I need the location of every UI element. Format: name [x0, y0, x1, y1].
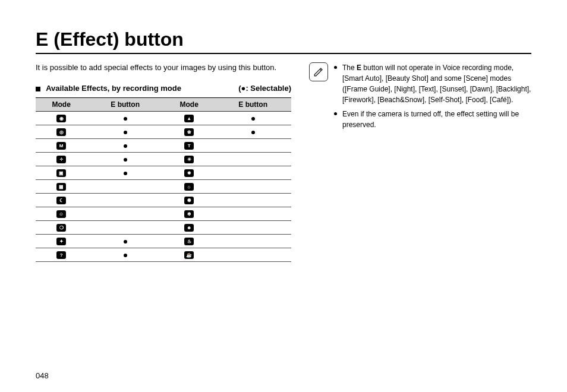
- selectable-cell: [215, 139, 291, 153]
- mode-cell: ▦: [36, 180, 87, 194]
- manual-page: E (Effect) button It is possible to add …: [0, 0, 567, 392]
- legend-text: (●: Selectable): [238, 84, 291, 93]
- selectable-cell: [215, 166, 291, 180]
- selectable-cell: [87, 221, 163, 235]
- note-bold-letter: E: [357, 64, 361, 72]
- note-text-rest-1: button will not operate in Voice recordi…: [342, 64, 531, 104]
- mode-cell: ☕: [163, 248, 215, 262]
- backlight-icon: ☼: [184, 183, 194, 191]
- two-column-layout: It is possible to add special effects to…: [36, 62, 531, 262]
- children-icon: ❍: [56, 224, 66, 232]
- selectable-cell: [87, 180, 163, 194]
- selectable-cell: [87, 248, 163, 262]
- selectable-cell: [87, 125, 163, 139]
- mode-cell: ◎: [36, 125, 87, 139]
- note-item: The E button will not operate in Voice r…: [334, 62, 531, 105]
- sunset-icon: ☀: [184, 156, 194, 163]
- camera-alt-icon: ◎: [56, 128, 66, 136]
- smart-auto-icon: ✦: [56, 238, 66, 245]
- selectable-cell: [87, 112, 163, 125]
- selectable-cell: [215, 153, 291, 166]
- dawn-icon: ✸: [184, 169, 194, 177]
- night-icon: ☾: [56, 197, 66, 204]
- selectable-dot-icon: [124, 240, 127, 244]
- right-column: The E button will not operate in Voice r…: [309, 62, 531, 262]
- page-title: E (Effect) button: [36, 29, 531, 50]
- table-row: ✦♨: [36, 235, 291, 248]
- selectable-cell: [87, 235, 163, 248]
- selectable-cell: [215, 125, 291, 139]
- mode-cell: ◉: [36, 112, 87, 125]
- note-text-prefix: The: [342, 64, 357, 72]
- selectable-cell: [215, 235, 291, 248]
- table-header: Mode: [163, 98, 215, 112]
- selectable-cell: [215, 180, 291, 194]
- selectable-cell: [215, 112, 291, 125]
- table-row: ☺❄: [36, 207, 291, 221]
- table-row: ◎❀: [36, 125, 291, 139]
- self-shot-icon: ☻: [184, 224, 194, 232]
- selectable-dot-icon: [124, 158, 127, 162]
- selectable-cell: [87, 166, 163, 180]
- mode-cell: ☼: [163, 180, 215, 194]
- table-row: ☾✺: [36, 194, 291, 207]
- mode-cell: ✦: [36, 235, 87, 248]
- selectable-dot-icon: [251, 117, 255, 121]
- selectable-cell: [215, 248, 291, 262]
- mode-cell: T: [163, 139, 215, 153]
- food-icon: ♨: [184, 238, 194, 245]
- selectable-dot-icon: [124, 117, 127, 121]
- camera-icon: ◉: [56, 115, 66, 122]
- mode-cell: ?: [36, 248, 87, 262]
- effects-mode-table: Mode E button Mode E button ◉▲◎❀MT✧☀▣✸▦☼…: [36, 97, 291, 262]
- selectable-dot-icon: [251, 131, 255, 134]
- mode-cell: ▣: [36, 166, 87, 180]
- intro-paragraph: It is possible to add special effects to…: [36, 62, 291, 73]
- portrait-icon: ☺: [56, 210, 66, 218]
- mode-cell: ❍: [36, 221, 87, 235]
- table-row: ◉▲: [36, 112, 291, 125]
- note-item: Even if the camera is turned off, the ef…: [334, 109, 531, 130]
- text-icon: T: [184, 142, 194, 150]
- note-icon-frame: [309, 62, 328, 81]
- selectable-dot-icon: [124, 172, 127, 175]
- photo-help-icon: ?: [56, 251, 66, 259]
- selectable-cell: [87, 139, 163, 153]
- table-row: ❍☻: [36, 221, 291, 235]
- landscape-icon: ▲: [184, 115, 194, 122]
- mode-cell: ☻: [163, 221, 215, 235]
- mode-cell: ☀: [163, 153, 215, 166]
- subheading: Available Effects, by recording mode: [36, 84, 181, 93]
- frame-guide-icon: ▦: [56, 183, 66, 191]
- selectable-dot-icon: [124, 144, 127, 148]
- firework-icon: ✺: [184, 197, 194, 204]
- mode-cell: ✧: [36, 153, 87, 166]
- selectable-cell: [87, 194, 163, 207]
- cafe-icon: ☕: [184, 251, 194, 259]
- selectable-cell: [87, 207, 163, 221]
- page-number: 048: [36, 371, 49, 380]
- table-row: ▦☼: [36, 180, 291, 194]
- manual-icon: M: [56, 142, 66, 150]
- mode-cell: M: [36, 139, 87, 153]
- mode-cell: ❀: [163, 125, 215, 139]
- mode-cell: ✸: [163, 166, 215, 180]
- selectable-cell: [215, 194, 291, 207]
- table-row: ▣✸: [36, 166, 291, 180]
- selectable-cell: [215, 207, 291, 221]
- selectable-cell: [87, 153, 163, 166]
- table-header: E button: [215, 98, 291, 112]
- mode-cell: ☾: [36, 194, 87, 207]
- close-up-icon: ❀: [184, 128, 194, 136]
- square-bullet-icon: [36, 87, 40, 91]
- mode-cell: ♨: [163, 235, 215, 248]
- mode-cell: ❄: [163, 207, 215, 221]
- subheading-text: Available Effects, by recording mode: [46, 84, 181, 93]
- pencil-icon: [313, 67, 324, 77]
- table-row: MT: [36, 139, 291, 153]
- table-row: ✧☀: [36, 153, 291, 166]
- table-header: E button: [87, 98, 163, 112]
- table-header: Mode: [36, 98, 87, 112]
- subheading-row: Available Effects, by recording mode (●:…: [36, 84, 291, 93]
- table-row: ?☕: [36, 248, 291, 262]
